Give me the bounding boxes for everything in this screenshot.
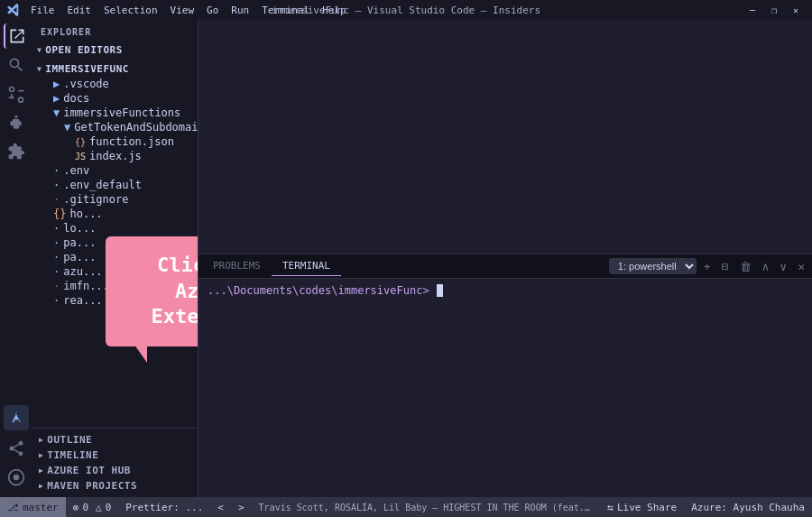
menu-run[interactable]: Run: [226, 3, 254, 18]
tab-problems[interactable]: PROBLEMS: [202, 256, 272, 276]
folder-icon: ▶: [53, 78, 60, 90]
search-activity-icon[interactable]: [4, 52, 29, 78]
vscode-logo: [7, 4, 20, 16]
tree-item-pa1[interactable]: · pa...: [32, 235, 198, 250]
tree-item-docs[interactable]: ▶ docs: [32, 91, 198, 106]
tree-item-imfn[interactable]: · imfn...: [32, 279, 198, 293]
titlebar: File Edit Selection View Go Run Terminal…: [0, 0, 812, 20]
file-icon3: ·: [53, 236, 60, 249]
new-terminal-button[interactable]: +: [700, 258, 715, 275]
extensions-activity-icon[interactable]: [4, 139, 29, 164]
maven-projects-section[interactable]: ▶ MAVEN PROJECTS: [32, 478, 198, 494]
minimize-panel-button[interactable]: ∨: [776, 258, 790, 275]
tree-label: pa...: [63, 236, 96, 249]
azure-iot-hub-section[interactable]: ▶ AZURE IOT HUB: [32, 463, 198, 478]
open-editors-label: OPEN EDITORS: [45, 44, 122, 56]
tree-item-immersivefunctions[interactable]: ▼ immersiveFunctions: [32, 106, 198, 120]
tree-item-vscode[interactable]: ▶ .vscode: [32, 77, 198, 91]
maximize-button[interactable]: ❐: [765, 4, 783, 16]
timeline-section[interactable]: ▶ TIMELINE: [32, 448, 198, 463]
tree-label: rea... und: [63, 294, 128, 307]
sidebar: EXPLORER ▼ OPEN EDITORS ▼ IMMERSIVEFUNC …: [32, 20, 198, 497]
immersivefunc-header[interactable]: ▼ IMMERSIVEFUNC: [32, 61, 198, 77]
tree-label: .gitignore: [63, 193, 128, 206]
chevron-right-icon4: ▶: [39, 482, 43, 490]
debug-activity-icon[interactable]: [4, 110, 29, 135]
tree-item-ho[interactable]: {} ho...: [32, 207, 198, 221]
git-branch-status[interactable]: ⎇ master: [0, 497, 66, 517]
tree-item-pa2[interactable]: · pa...: [32, 250, 198, 264]
terminal-content: ...\Documents\codes\immersiveFunc>: [198, 279, 812, 497]
maximize-panel-button[interactable]: ∧: [759, 258, 773, 275]
tree-item-gitignore[interactable]: · .gitignore: [32, 192, 198, 207]
menu-edit[interactable]: Edit: [62, 3, 97, 18]
tab-terminal[interactable]: TERMINAL: [272, 256, 341, 276]
menu-file[interactable]: File: [25, 3, 60, 18]
errors-warnings-status[interactable]: ⊗ 0 △ 0: [66, 497, 119, 517]
tree-item-rea[interactable]: · rea... und: [32, 293, 198, 308]
tree-item-indexjs[interactable]: JS index.js: [32, 149, 198, 163]
open-editors-header[interactable]: ▼ OPEN EDITORS: [32, 42, 198, 58]
split-terminal-button[interactable]: ⊟: [718, 258, 733, 275]
terminal-prompt: ...\Documents\codes\immersiveFunc>: [208, 284, 803, 297]
errors-count: 0: [82, 502, 88, 513]
nav-left-icon: <: [217, 502, 224, 513]
live-share-status[interactable]: ⇆ Live Share: [600, 497, 684, 517]
explorer-activity-icon[interactable]: [4, 23, 29, 49]
remote-activity-icon[interactable]: [4, 465, 29, 490]
sidebar-content: ▼ OPEN EDITORS ▼ IMMERSIVEFUNC ▶ .vscode…: [32, 41, 198, 428]
file-icon2: ·: [53, 222, 60, 235]
tree-label: lo...: [63, 222, 96, 235]
tree-item-env[interactable]: · .env: [32, 163, 198, 178]
status-left: ⎇ master ⊗ 0 △ 0 Prettier: ... < >: [0, 497, 252, 517]
close-panel-button[interactable]: ✕: [794, 258, 808, 275]
nav-right-icon: >: [238, 502, 245, 513]
tree-label: function.json: [89, 135, 174, 148]
prompt-path: ...\Documents\codes\immersiveFunc>: [208, 284, 429, 297]
tree-label: docs: [63, 92, 89, 105]
immersivefunc-label: IMMERSIVEFUNC: [45, 63, 129, 75]
tree-label: .vscode: [63, 78, 109, 90]
tree-item-azu[interactable]: · azu...: [32, 264, 198, 279]
outline-section[interactable]: ▶ OUTLINE: [32, 432, 198, 448]
tree-label: immersiveFunctions: [63, 106, 180, 119]
azure-status[interactable]: Azure: Ayush Chauha: [684, 497, 812, 517]
tree-label: index.js: [89, 150, 142, 162]
main-layout: EXPLORER ▼ OPEN EDITORS ▼ IMMERSIVEFUNC …: [0, 20, 812, 497]
sidebar-title: EXPLORER: [32, 20, 198, 41]
terminal-shell-select[interactable]: 1: powershell: [609, 258, 697, 274]
tree-label: ho...: [69, 208, 102, 220]
tree-item-gettokenandsubdomain[interactable]: ▼ GetTokenAndSubdomain: [32, 120, 198, 134]
outline-label: OUTLINE: [47, 434, 92, 446]
chevron-right-icon3: ▶: [39, 466, 43, 475]
tree-item-lo[interactable]: · lo...: [32, 221, 198, 235]
menu-view[interactable]: View: [165, 3, 200, 18]
tree-item-functionjson[interactable]: {} function.json: [32, 134, 198, 149]
tree-label: azu...: [63, 265, 102, 278]
close-button[interactable]: ✕: [787, 4, 805, 16]
nav-right-button[interactable]: >: [231, 497, 252, 517]
minimize-button[interactable]: ─: [743, 4, 761, 16]
formatter-label: Prettier: ...: [125, 502, 203, 513]
source-control-activity-icon[interactable]: [4, 81, 29, 106]
immersivefunc-section: ▼ IMMERSIVEFUNC ▶ .vscode ▶ docs ▼ immer…: [32, 60, 198, 309]
delete-terminal-button[interactable]: 🗑: [736, 258, 755, 275]
nav-left-button[interactable]: <: [210, 497, 231, 517]
tree-item-env-default[interactable]: · .env_default: [32, 178, 198, 192]
sidebar-bottom: ▶ OUTLINE ▶ TIMELINE ▶ AZURE IOT HUB ▶ M…: [32, 428, 198, 497]
menu-selection[interactable]: Selection: [98, 3, 163, 18]
chevron-right-icon: ▶: [39, 436, 43, 444]
terminal-panel: PROBLEMS TERMINAL 1: powershell + ⊟ 🗑 ∧ …: [198, 254, 812, 497]
live-share-activity-icon[interactable]: [4, 436, 29, 461]
js-file-icon: JS: [75, 152, 86, 162]
menu-go[interactable]: Go: [201, 3, 224, 18]
music-status[interactable]: Travis Scott, ROSALÍA, Lil Baby – HIGHES…: [252, 503, 601, 512]
window-controls[interactable]: ─ ❐ ✕: [743, 4, 805, 16]
status-right: ⇆ Live Share Azure: Ayush Chauha: [600, 497, 812, 517]
file-icon7: ·: [53, 294, 60, 307]
warnings-icon: △: [96, 502, 102, 513]
azure-activity-icon[interactable]: [4, 405, 29, 430]
env-default-icon: ·: [53, 179, 60, 191]
json-file-icon: {}: [75, 137, 86, 147]
formatter-status[interactable]: Prettier: ...: [118, 497, 210, 517]
